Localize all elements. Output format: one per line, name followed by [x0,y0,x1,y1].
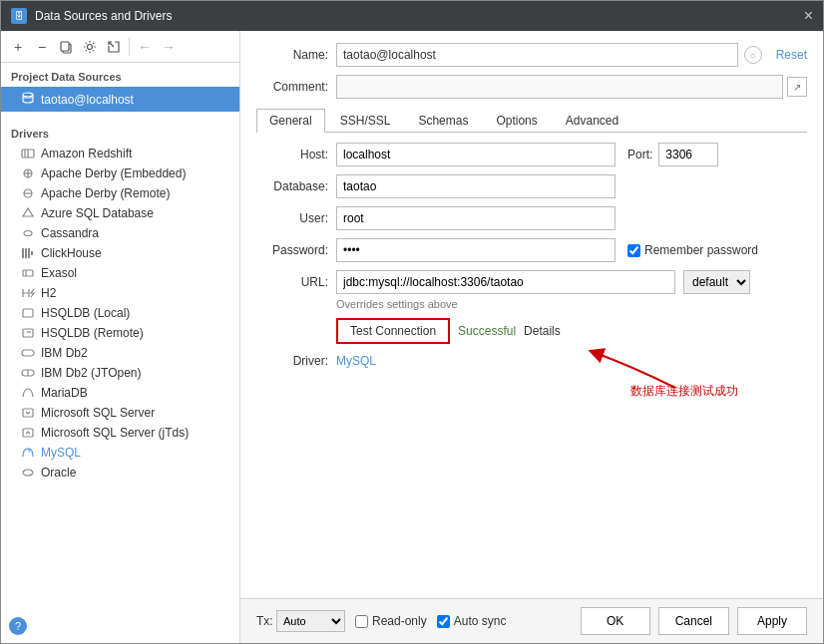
reset-link[interactable]: Reset [768,48,807,62]
driver-amazon-redshift[interactable]: Amazon Redshift [1,144,239,163]
comment-row: Comment: ↗ [256,75,807,99]
test-connection-button[interactable]: Test Connection [336,318,450,344]
test-connection-row: Test Connection Successful Details [336,318,807,344]
driver-ibm-db2[interactable]: IBM Db2 [1,343,239,363]
url-label: URL: [256,275,336,289]
driver-link[interactable]: MySQL [336,354,376,368]
name-input-wrap: ○ Reset [336,43,807,67]
window-icon: 🗄 [11,8,27,24]
svg-line-3 [109,42,114,47]
remove-datasource-button[interactable]: − [31,36,53,58]
driver-icon-mssql-jtds [21,426,35,440]
driver-azure-sql[interactable]: Azure SQL Database [1,203,239,223]
back-button[interactable]: ← [134,36,156,58]
forward-button[interactable]: → [158,36,180,58]
sidebar: + − ← → [1,31,240,643]
main-window: 🗄 Data Sources and Drivers × + − [0,0,824,644]
datasource-icon [21,91,35,108]
host-label: Host: [256,148,336,161]
svg-rect-17 [28,248,30,258]
name-label: Name: [256,48,336,62]
sidebar-help: ? [1,609,239,643]
database-row: Database: [256,174,807,198]
svg-rect-24 [22,350,34,356]
help-button[interactable]: ? [9,617,27,635]
port-input[interactable] [658,143,718,166]
driver-mariadb[interactable]: MariaDB [1,383,239,403]
svg-point-29 [23,470,33,476]
svg-rect-27 [23,409,33,417]
driver-clickhouse[interactable]: ClickHouse [1,243,239,263]
driver-icon-h2 [21,286,35,300]
annotation-text: 数据库连接测试成功 [630,383,738,400]
driver-hsqldb-remote[interactable]: HSQLDB (Remote) [1,323,239,343]
autosync-label: Auto sync [454,614,507,628]
driver-icon-cassandra [21,226,35,240]
driver-apache-derby-embedded[interactable]: Apache Derby (Embedded) [1,163,239,183]
tab-schemas[interactable]: Schemas [405,109,481,132]
driver-icon-ibm-db2 [21,346,35,360]
comment-expand-button[interactable]: ↗ [787,77,807,97]
driver-mssql[interactable]: Microsoft SQL Server [1,403,239,423]
driver-mssql-jtds[interactable]: Microsoft SQL Server (jTds) [1,423,239,443]
driver-icon-mariadb [21,386,35,400]
ok-button[interactable]: OK [581,607,650,635]
svg-point-4 [23,93,33,97]
bottom-right: OK Cancel Apply [581,607,807,635]
details-link[interactable]: Details [524,324,561,338]
svg-rect-21 [23,309,33,317]
readonly-checkbox[interactable] [355,615,368,628]
driver-h2[interactable]: H2 [1,283,239,303]
svg-rect-1 [61,42,69,51]
comment-label: Comment: [256,80,336,94]
tx-select[interactable]: Auto Manual Deferred [276,610,345,632]
driver-exasol[interactable]: Exasol [1,263,239,283]
window-title: Data Sources and Drivers [35,9,172,23]
svg-rect-16 [25,248,27,258]
add-datasource-button[interactable]: + [7,36,29,58]
driver-mysql[interactable]: MySQL [1,443,239,463]
driver-hsqldb-local[interactable]: HSQLDB (Local) [1,303,239,323]
tab-general[interactable]: General [256,109,325,133]
database-input[interactable] [336,174,616,198]
svg-point-14 [24,231,32,236]
script-button[interactable] [103,36,125,58]
driver-ibm-db2-jtopen[interactable]: IBM Db2 (JTOpen) [1,363,239,383]
driver-apache-derby-remote[interactable]: Apache Derby (Remote) [1,183,239,203]
readonly-row: Read-only [355,614,427,628]
comment-input[interactable] [336,75,783,99]
tx-label: Tx: Auto Manual Deferred [256,610,345,632]
autosync-row: Auto sync [437,614,507,628]
remember-password-checkbox[interactable] [627,244,640,257]
svg-rect-18 [31,251,33,255]
apply-button[interactable]: Apply [737,607,807,635]
tab-ssh-ssl[interactable]: SSH/SSL [327,109,404,132]
connection-fields: Host: Port: Database: User: [256,143,807,401]
url-input[interactable] [336,270,675,294]
driver-icon-hsqldb-remote [21,326,35,340]
sidebar-item-taotao-localhost[interactable]: taotao@localhost [1,87,239,112]
driver-icon-azure-sql [21,206,35,220]
password-input[interactable] [336,238,616,262]
driver-icon-exasol [21,266,35,280]
driver-cassandra[interactable]: Cassandra [1,223,239,243]
title-bar: 🗄 Data Sources and Drivers × [1,1,823,31]
user-input[interactable] [336,206,616,230]
name-input[interactable] [336,43,738,67]
cancel-button[interactable]: Cancel [658,607,729,635]
url-scheme-select[interactable]: default [683,270,750,294]
readonly-label: Read-only [372,614,427,628]
driver-oracle[interactable]: Oracle [1,463,239,483]
user-label: User: [256,211,336,225]
database-label: Database: [256,179,336,193]
autosync-checkbox[interactable] [437,615,450,628]
tab-options[interactable]: Options [483,109,550,132]
tab-advanced[interactable]: Advanced [553,109,631,132]
bottom-left: Tx: Auto Manual Deferred Read-only Aut [256,610,506,632]
settings-button[interactable] [79,36,101,58]
copy-datasource-button[interactable] [55,36,77,58]
host-input[interactable] [336,143,616,166]
close-button[interactable]: × [804,8,813,24]
drivers-label: Drivers [1,122,239,144]
overrides-text: Overrides settings above [336,298,807,310]
